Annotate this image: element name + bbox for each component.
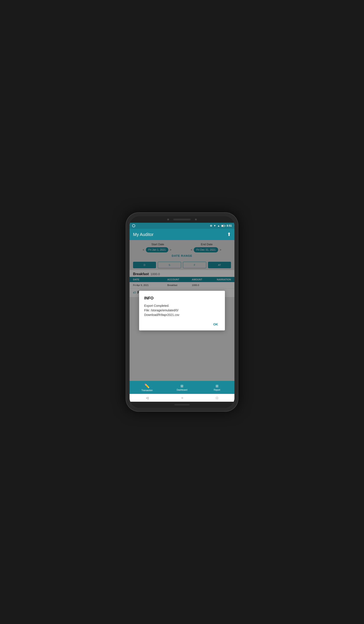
phone-bottom-bar bbox=[130, 402, 234, 408]
phone-device: ⊖ ▼ ▲ 8:51 My Auditor ⬆ bbox=[126, 212, 238, 412]
modal-overlay: INFO Export Completed.File: /storage/emu… bbox=[130, 240, 234, 381]
modal-message: Export Completed.File: /storage/emulated… bbox=[144, 304, 220, 317]
network-icon: ▲ bbox=[217, 224, 220, 227]
phone-screen-wrapper: ⊖ ▼ ▲ 8:51 My Auditor ⬆ bbox=[130, 216, 234, 408]
main-content: Start Date End Date < Fri Jan 1, 2021 > … bbox=[130, 240, 234, 381]
status-right: ⊖ ▼ ▲ 8:51 bbox=[210, 224, 232, 227]
phone-top-bar bbox=[130, 216, 234, 223]
dashboard-icon: ⊞ bbox=[181, 384, 183, 388]
report-label: Report bbox=[214, 389, 220, 391]
block-icon: ⊖ bbox=[210, 224, 212, 227]
recent-button[interactable]: □ bbox=[216, 396, 218, 400]
modal-actions: OK bbox=[144, 321, 220, 327]
back-button[interactable]: ◁ bbox=[146, 396, 148, 400]
speaker-grill bbox=[173, 219, 191, 220]
upload-icon[interactable]: ⬆ bbox=[227, 232, 231, 237]
wifi-icon: ▼ bbox=[213, 224, 216, 227]
dashboard-label: Dashboard bbox=[177, 389, 187, 391]
modal-ok-button[interactable]: OK bbox=[211, 321, 220, 327]
battery-icon bbox=[221, 225, 225, 227]
modal-box: INFO Export Completed.File: /storage/emu… bbox=[139, 291, 225, 330]
status-bar: ⊖ ▼ ▲ 8:51 bbox=[130, 223, 234, 229]
status-left bbox=[132, 224, 135, 227]
nav-item-transaction[interactable]: ✏️ Transaction bbox=[130, 383, 164, 391]
signal-icon bbox=[132, 224, 135, 227]
time-display: 8:51 bbox=[227, 224, 232, 227]
camera-dot bbox=[167, 219, 169, 220]
modal-title: INFO bbox=[144, 296, 220, 301]
transaction-icon: ✏️ bbox=[144, 383, 150, 389]
app-header: My Auditor ⬆ bbox=[130, 229, 234, 240]
nav-item-dashboard[interactable]: ⊞ Dashboard bbox=[164, 384, 199, 391]
transaction-label: Transaction bbox=[141, 389, 153, 391]
bottom-nav: ✏️ Transaction ⊞ Dashboard ⊞ Report bbox=[130, 381, 234, 394]
front-sensor bbox=[195, 219, 197, 220]
report-icon: ⊞ bbox=[216, 384, 218, 388]
screen: ⊖ ▼ ▲ 8:51 My Auditor ⬆ bbox=[130, 223, 234, 402]
home-button[interactable]: ○ bbox=[181, 396, 183, 400]
bottom-speaker bbox=[174, 404, 190, 405]
app-title: My Auditor bbox=[133, 232, 154, 237]
nav-item-report[interactable]: ⊞ Report bbox=[200, 384, 234, 391]
android-nav: ◁ ○ □ bbox=[130, 394, 234, 402]
